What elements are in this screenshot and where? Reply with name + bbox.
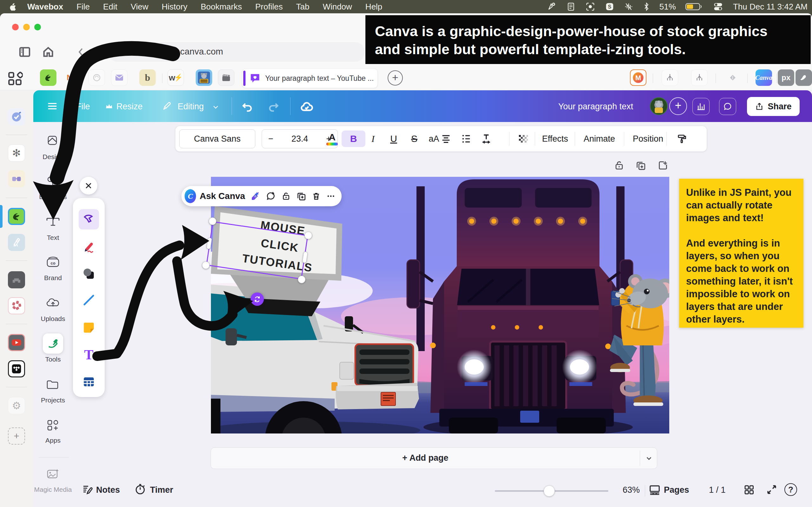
zoom-window-button[interactable] [34, 24, 41, 31]
menu-edit[interactable]: Edit [103, 2, 117, 12]
tools-icon[interactable] [43, 333, 63, 354]
url-text[interactable]: canva.com [180, 47, 223, 57]
sticky-note-tool[interactable] [79, 318, 99, 338]
menu-bookmarks[interactable]: Bookmarks [201, 2, 242, 12]
design-icon[interactable] [16, 135, 90, 145]
menu-window[interactable]: Window [322, 2, 352, 12]
location-off-icon[interactable] [547, 2, 557, 11]
share-button[interactable]: Share [747, 97, 800, 116]
pages-button[interactable]: Pages [664, 485, 689, 495]
selection-handle-bl[interactable] [202, 262, 210, 269]
bookmark-mail-icon[interactable] [111, 69, 128, 86]
bookmark-swoosh-icon[interactable] [796, 69, 812, 86]
shottr-icon[interactable]: S [605, 2, 614, 11]
editing-mode-dropdown[interactable]: Editing [177, 102, 204, 112]
draw-tool[interactable] [79, 237, 99, 257]
zoom-slider-thumb[interactable] [544, 486, 555, 497]
list-button[interactable] [458, 130, 474, 147]
font-size-minus[interactable]: − [268, 134, 273, 144]
transparency-button[interactable] [514, 130, 531, 147]
nav-apps-label[interactable]: Apps [16, 437, 90, 444]
table-tool[interactable] [79, 372, 99, 392]
minimize-window-button[interactable] [23, 24, 30, 31]
bookmark-w-icon[interactable]: w⚡ [167, 69, 184, 86]
line-tool[interactable] [79, 290, 99, 310]
menu-app-name[interactable]: Wavebox [27, 2, 63, 12]
magic-media-icon[interactable] [16, 468, 90, 480]
unlock-icon[interactable] [281, 190, 291, 202]
fullscreen-icon[interactable] [766, 484, 777, 495]
menu-icon[interactable] [46, 100, 59, 112]
selection-handle-tl[interactable] [209, 217, 216, 225]
bookmark-n-icon[interactable]: N [61, 69, 78, 86]
resize-button[interactable]: Resize [116, 102, 143, 112]
design-canvas[interactable]: MOUSE CLICK TUTORIALS [211, 177, 669, 434]
timer-icon[interactable] [134, 483, 146, 495]
nav-magic-media-label[interactable]: Magic Media [16, 486, 90, 493]
apps-grid-icon[interactable] [7, 71, 23, 87]
add-page-button[interactable]: + Add page [211, 447, 657, 469]
active-tab[interactable]: Your paragraph text – YouTube ... [242, 68, 378, 88]
more-options-icon[interactable] [326, 191, 335, 202]
spacing-button[interactable] [478, 130, 495, 147]
text-tool[interactable]: T [79, 344, 99, 365]
animate-button[interactable]: Animate [583, 130, 615, 147]
nav-design-label[interactable]: Design [16, 153, 90, 161]
bookmark-mouse-tutorials-icon[interactable] [196, 69, 212, 86]
comment-button[interactable] [719, 98, 736, 115]
bookmark-doc2-icon[interactable] [691, 69, 708, 86]
file-menu-button[interactable]: File [76, 102, 90, 112]
nav-projects-label[interactable]: Projects [16, 396, 90, 404]
doc-title[interactable]: Your paragraph text [558, 102, 633, 112]
close-tools-button[interactable] [80, 177, 97, 194]
menu-view[interactable]: View [131, 2, 148, 12]
magic-edit-icon[interactable] [251, 190, 261, 202]
bluetooth-icon[interactable] [643, 2, 650, 11]
shapes-tool[interactable] [79, 264, 99, 284]
italic-button[interactable]: I [365, 130, 381, 147]
sidebar-app-youtube-icon[interactable] [8, 334, 25, 351]
notes-icon[interactable] [82, 484, 93, 495]
new-tab-button[interactable]: + [388, 70, 403, 86]
effects-button[interactable]: Effects [542, 130, 568, 147]
comment-add-icon[interactable] [266, 190, 276, 202]
sidebar-app-check-icon[interactable] [8, 108, 25, 125]
bookmark-b-icon[interactable]: b [139, 69, 156, 86]
duplicate-page-icon[interactable] [635, 160, 646, 171]
menu-help[interactable]: Help [365, 2, 382, 12]
rotate-handle[interactable] [251, 292, 264, 306]
back-icon[interactable] [75, 46, 87, 58]
bold-button[interactable]: B [342, 130, 365, 147]
duplicate-icon[interactable] [296, 190, 306, 202]
help-button[interactable]: ? [784, 483, 797, 496]
address-bar[interactable] [108, 42, 365, 62]
apple-logo-icon[interactable] [8, 2, 16, 11]
bookmark-diamond-icon[interactable] [724, 69, 741, 86]
alignment-button[interactable] [438, 130, 454, 147]
selection-handle-br[interactable] [298, 276, 305, 283]
menu-tab[interactable]: Tab [296, 2, 309, 12]
timer-button[interactable]: Timer [150, 485, 173, 495]
menu-profiles[interactable]: Profiles [255, 2, 283, 12]
canva-assistant-icon[interactable]: C [185, 189, 196, 203]
undo-button[interactable] [241, 101, 254, 113]
sidebar-toggle-icon[interactable] [18, 46, 31, 58]
close-window-button[interactable] [12, 24, 19, 31]
sticky-note[interactable]: Unlike in JS Paint, you can actually rot… [679, 179, 803, 328]
lock-page-icon[interactable] [614, 160, 624, 171]
menu-file[interactable]: File [77, 2, 90, 12]
selection-handle-tr[interactable] [305, 232, 312, 239]
bookmark-canva-icon[interactable]: Canva [756, 69, 772, 86]
bookmark-wavebox-icon[interactable] [40, 69, 56, 86]
bookmark-px-icon[interactable]: px [778, 69, 794, 86]
underline-button[interactable]: U [386, 130, 402, 147]
home-icon[interactable] [42, 46, 55, 58]
elements-icon[interactable] [16, 176, 90, 186]
pages-icon[interactable] [649, 484, 661, 496]
position-button[interactable]: Position [633, 130, 663, 147]
paint-roller-icon[interactable] [674, 130, 690, 147]
zoom-percent[interactable]: 63% [623, 485, 640, 495]
text-color-button[interactable]: A [324, 130, 340, 147]
delete-icon[interactable] [311, 190, 321, 202]
bookmark-clapper-icon[interactable] [218, 69, 235, 86]
